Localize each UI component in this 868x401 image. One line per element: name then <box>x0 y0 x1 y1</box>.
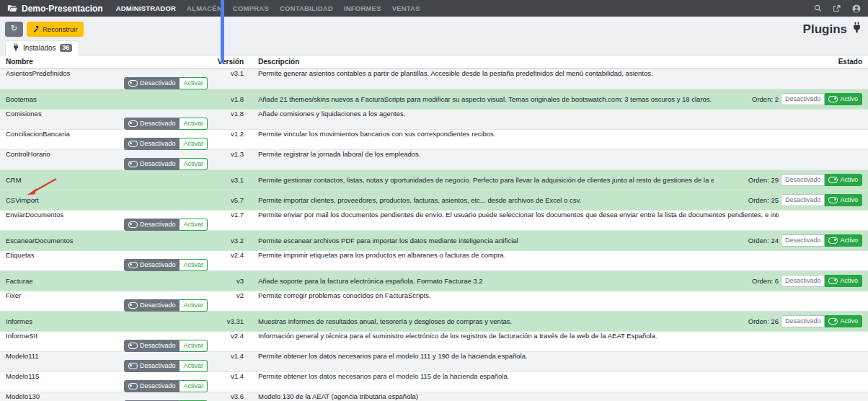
nav-item-almacén[interactable]: ALMACÉN <box>187 4 222 12</box>
plugin-name: Modelo111 <box>0 352 213 360</box>
plugin-description: Añade soporte para la factura electrónic… <box>244 277 714 285</box>
table-row[interactable]: Comisiones v1.8 Añade comisiones y liqui… <box>0 110 868 130</box>
rebuild-button[interactable]: Reconstruir <box>27 22 84 37</box>
plugin-description: Permite importar clientes, proveedores, … <box>244 196 714 204</box>
tab-bar: Instalados 36 <box>0 40 868 56</box>
active-button[interactable]: Activo <box>825 315 862 327</box>
plugin-version: v1.7 <box>213 211 244 219</box>
deactivate-button[interactable]: Desactivado <box>124 118 180 130</box>
table-row[interactable]: Fixer v2 Permite corregir problemas cono… <box>0 291 868 312</box>
status-button-group: DesactivadoActivar <box>124 299 208 312</box>
toggle-icon <box>128 161 138 167</box>
nav-item-ventas[interactable]: VENTAS <box>392 4 420 12</box>
table-row[interactable]: EnviarDocumentos v1.7 Permite enviar por… <box>0 211 868 231</box>
search-icon[interactable] <box>814 4 822 12</box>
active-button[interactable]: Activo <box>825 174 862 186</box>
nav-item-informes[interactable]: INFORMES <box>344 4 381 12</box>
tab-installed[interactable]: Instalados 36 <box>5 40 79 56</box>
active-button[interactable]: Activo <box>825 93 862 105</box>
header-nombre: Nombre <box>0 58 213 66</box>
deactivate-button[interactable]: Desactivado <box>781 194 825 206</box>
table-row[interactable]: Modelo130 v3.6 Modelo 130 de la AEAT (ag… <box>0 392 868 401</box>
nav-item-compras[interactable]: COMPRAS <box>233 4 269 12</box>
table-row[interactable]: Modelo115 v1.4 Permite obtener los datos… <box>0 372 868 392</box>
active-button[interactable]: Activo <box>825 275 862 287</box>
deactivate-button-label: Desactivado <box>140 383 176 389</box>
table-row[interactable]: Etiquetas v2.4 Permite imprimir etiqueta… <box>0 251 868 271</box>
nav-item-administrador[interactable]: ADMINISTRADOR <box>116 4 176 12</box>
plugin-name: Comisiones <box>0 110 213 118</box>
activate-button[interactable]: Activar <box>180 138 208 150</box>
refresh-button[interactable]: ↻ <box>5 22 23 37</box>
activate-button[interactable]: Activar <box>180 360 208 372</box>
toggle-icon <box>128 383 138 389</box>
activate-button[interactable]: Activar <box>180 340 208 352</box>
plugin-orden: Orden: 24 <box>714 237 779 244</box>
refresh-icon: ↻ <box>11 24 17 32</box>
deactivate-button[interactable]: Desactivado <box>124 259 180 271</box>
plugin-version: v1.4 <box>213 352 244 360</box>
plugin-description: Permite obtener los datos necesarios par… <box>244 352 779 360</box>
activate-button[interactable]: Activar <box>180 158 208 170</box>
plugin-status-cell: DesactivadoActivar <box>0 77 213 89</box>
toggle-icon <box>828 237 838 244</box>
table-row[interactable]: ConciliacionBancaria v1.2 Permite vincul… <box>0 130 868 150</box>
deactivate-button[interactable]: Desactivado <box>781 93 825 105</box>
deactivate-button[interactable]: Desactivado <box>124 158 180 170</box>
status-button-group: DesactivadoActivo <box>781 93 862 105</box>
navbar-right <box>814 4 861 13</box>
plugin-version: v3.1 <box>213 69 244 77</box>
active-button[interactable]: Activo <box>825 194 862 206</box>
plugin-description: Permite vincular los movimientos bancari… <box>244 130 779 138</box>
rebuild-label: Reconstruir <box>43 25 78 33</box>
plugin-description: Permite gestionar contactos, listas, not… <box>244 176 714 184</box>
user-icon[interactable] <box>852 4 861 13</box>
activate-button[interactable]: Activar <box>180 380 208 392</box>
brand[interactable]: Demo-Presentacion <box>7 4 103 14</box>
deactivate-button[interactable]: Desactivado <box>781 234 825 247</box>
deactivate-button-label: Desactivado <box>140 80 176 87</box>
deactivate-button[interactable]: Desactivado <box>124 360 180 372</box>
table-row[interactable]: InformeSII v2.4 Información general y té… <box>0 332 868 352</box>
activate-button[interactable]: Activar <box>180 299 208 312</box>
deactivate-button[interactable]: Desactivado <box>781 174 825 186</box>
table-row[interactable]: AsientosPredefinidos v3.1 Permite genera… <box>0 69 868 89</box>
deactivate-button[interactable]: Desactivado <box>781 315 825 327</box>
activate-button[interactable]: Activar <box>180 118 208 130</box>
deactivate-button-label: Desactivado <box>785 237 821 244</box>
plugin-name: Etiquetas <box>0 251 213 259</box>
activate-button-label: Activar <box>183 120 203 127</box>
active-button-label: Activo <box>840 197 858 203</box>
deactivate-button[interactable]: Desactivado <box>124 299 180 312</box>
deactivate-button[interactable]: Desactivado <box>781 275 825 287</box>
table-row[interactable]: ControlHorario v1.3 Permite registrar la… <box>0 150 868 170</box>
plugin-version: v5.7 <box>213 196 244 204</box>
plugin-name: Informes <box>0 317 213 325</box>
table-row[interactable]: Facturae v3 Añade soporte para la factur… <box>0 271 868 291</box>
table-row[interactable]: Bootemas v1.8 Añade 21 themes/skins nuev… <box>0 89 868 110</box>
plugin-name: EscanearDocumentos <box>0 237 213 244</box>
deactivate-button[interactable]: Desactivado <box>124 340 180 352</box>
deactivate-button[interactable]: Desactivado <box>124 380 180 392</box>
deactivate-button[interactable]: Desactivado <box>124 77 180 89</box>
activate-button[interactable]: Activar <box>180 259 208 271</box>
table-row[interactable]: CSVimport v5.7 Permite importar clientes… <box>0 190 868 211</box>
table-row[interactable]: EscanearDocumentos v3.2 Permite escanear… <box>0 231 868 251</box>
table-row[interactable]: CRM v3.1 Permite gestionar contactos, li… <box>0 170 868 190</box>
active-button[interactable]: Activo <box>825 234 862 247</box>
nav-item-contabilidad[interactable]: CONTABILIDAD <box>280 4 333 12</box>
activate-button[interactable]: Activar <box>180 77 208 89</box>
blue-marker-line <box>221 0 224 63</box>
table-row[interactable]: Modelo111 v1.4 Permite obtener los datos… <box>0 352 868 372</box>
plugin-status-cell: DesactivadoActivar <box>0 219 213 231</box>
plugin-status-cell: DesactivadoActivar <box>0 360 213 372</box>
external-link-icon[interactable] <box>833 4 841 12</box>
plugin-status-cell: DesactivadoActivar <box>0 299 213 312</box>
activate-button[interactable]: Activar <box>180 219 208 231</box>
table-row[interactable]: Informes v3.31 Muestras informes de resu… <box>0 312 868 332</box>
deactivate-button[interactable]: Desactivado <box>124 138 180 150</box>
plugin-name: Modelo115 <box>0 372 213 380</box>
status-button-group: DesactivadoActivo <box>781 275 862 287</box>
status-button-group: DesactivadoActivar <box>124 259 208 271</box>
deactivate-button[interactable]: Desactivado <box>124 219 180 231</box>
